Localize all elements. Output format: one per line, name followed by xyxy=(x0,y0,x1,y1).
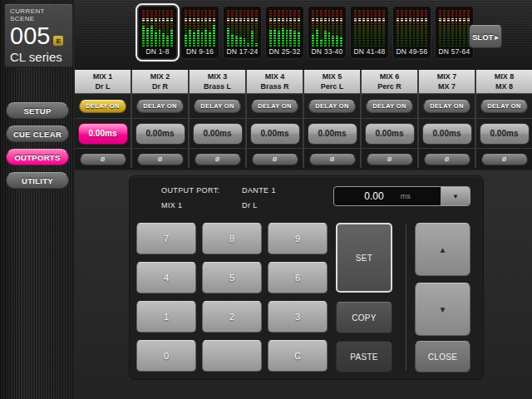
meter-bars xyxy=(436,7,473,47)
meter-bar xyxy=(150,9,153,47)
phase-button[interactable]: ø xyxy=(80,154,126,165)
delay-time-button[interactable]: 0.00ms xyxy=(250,123,300,145)
meter-block[interactable]: DN 49-56 xyxy=(392,6,431,59)
delay-time-button[interactable]: 0.00ms xyxy=(135,123,185,145)
sidebar-button-utility[interactable]: UTILITY xyxy=(6,172,69,189)
channel-header[interactable]: MIX 1Dr L xyxy=(75,70,131,94)
delay-on-button[interactable]: DELAY ON xyxy=(136,100,184,113)
delay-time-button[interactable]: 0.00ms xyxy=(193,123,243,145)
meter-bar xyxy=(371,9,373,47)
channel-header[interactable]: MIX 4Brass R xyxy=(247,70,303,94)
delay-on-button[interactable]: DELAY ON xyxy=(423,100,470,113)
meter-bar-fill xyxy=(244,38,246,47)
channel-name: MIX 2 xyxy=(132,71,188,81)
increment-button[interactable]: ▲ xyxy=(415,223,470,276)
meter-bar xyxy=(316,9,318,47)
close-button[interactable]: CLOSE xyxy=(415,341,470,372)
phase-button[interactable]: ø xyxy=(424,154,470,165)
sidebar-button-setup[interactable]: SETUP xyxy=(6,102,69,119)
phase-button[interactable]: ø xyxy=(481,154,528,165)
keypad-key-3[interactable]: 3 xyxy=(268,301,328,332)
keypad-key-5[interactable]: 5 xyxy=(202,262,262,293)
phase-row: ø xyxy=(132,149,188,170)
phase-button[interactable]: ø xyxy=(252,154,298,165)
meter-bar xyxy=(354,9,357,47)
phase-button[interactable]: ø xyxy=(309,154,356,165)
keypad-key-c[interactable]: C xyxy=(268,340,328,372)
current-scene-box[interactable]: CURRENT SCENE 005 E CL series xyxy=(4,3,73,67)
meter-bar-fill xyxy=(332,36,334,47)
delay-value-row: 0.00ms xyxy=(476,119,532,149)
channel-header[interactable]: MIX 2Dr R xyxy=(132,70,188,94)
channel-name: MIX 6 xyxy=(362,71,417,81)
keypad-key-6[interactable]: 6 xyxy=(268,262,328,293)
channel-header[interactable]: MIX 8MX 8 xyxy=(476,70,532,94)
meter-bar xyxy=(239,9,242,47)
arrow-down-icon: ▼ xyxy=(439,305,447,314)
delay-time-button[interactable]: 0.00ms xyxy=(365,123,415,145)
channel-strip: MIX 5Perc LDELAY ON0.00msø xyxy=(304,70,360,170)
meter-bar-fill xyxy=(201,32,204,47)
delay-on-button[interactable]: DELAY ON xyxy=(251,100,298,113)
delay-value-field[interactable]: 0.00 ms xyxy=(334,187,441,205)
phase-button[interactable]: ø xyxy=(137,154,184,165)
sidebar-button-outports[interactable]: OUTPORTS xyxy=(6,149,69,165)
delay-on-button[interactable]: DELAY ON xyxy=(308,100,356,113)
channel-header[interactable]: MIX 3Brass L xyxy=(190,70,245,94)
delay-on-button[interactable]: DELAY ON xyxy=(366,100,413,113)
meter-bar-fill xyxy=(193,32,195,47)
keypad-key-0[interactable]: 0 xyxy=(136,340,196,372)
unit-dropdown-button[interactable]: ▼ xyxy=(441,187,470,205)
delay-on-button[interactable]: DELAY ON xyxy=(480,100,528,113)
channel-header[interactable]: MIX 7MX 7 xyxy=(419,70,475,94)
meter-block[interactable]: DN 33-40 xyxy=(308,6,347,59)
delay-row: DELAY ON xyxy=(419,94,475,119)
meter-bar xyxy=(166,9,169,47)
keypad-key-dot[interactable]: . xyxy=(202,340,262,372)
meter-bar-fill xyxy=(231,34,234,47)
meter-block[interactable]: DN 1-8 xyxy=(138,6,177,59)
keypad-key-1[interactable]: 1 xyxy=(136,301,196,332)
meter-bar xyxy=(142,9,145,47)
sidebar-button-cue-clear[interactable]: CUE CLEAR xyxy=(6,126,69,142)
delay-on-button[interactable]: DELAY ON xyxy=(194,100,241,113)
channel-header[interactable]: MIX 6Perc R xyxy=(362,70,417,94)
decrement-button[interactable]: ▼ xyxy=(415,283,470,336)
meter-bar xyxy=(397,9,399,47)
meter-block[interactable]: DN 41-48 xyxy=(350,6,389,59)
meter-block[interactable]: DN 9-16 xyxy=(180,6,219,59)
keypad-key-7[interactable]: 7 xyxy=(136,223,196,254)
delay-time-button[interactable]: 0.00ms xyxy=(78,123,128,145)
meter-bar xyxy=(159,9,161,47)
channel-header[interactable]: MIX 5Perc L xyxy=(304,70,360,94)
meter-bar xyxy=(405,9,407,47)
keypad-key-9[interactable]: 9 xyxy=(268,223,328,254)
meter-bar xyxy=(269,9,272,47)
set-button[interactable]: SET xyxy=(336,223,392,293)
delay-on-button[interactable]: DELAY ON xyxy=(79,100,126,113)
meter-block[interactable]: DN 25-32 xyxy=(265,6,304,59)
delay-time-button[interactable]: 0.00ms xyxy=(422,123,472,145)
meter-block[interactable]: DN 17-24 xyxy=(223,6,262,59)
meter-bar xyxy=(162,9,165,47)
meter-block-label: DN 33-40 xyxy=(308,47,346,58)
meter-bar-fill xyxy=(239,37,242,47)
meter-bar-fill xyxy=(150,26,153,47)
meter-bars xyxy=(181,7,219,47)
keypad-key-4[interactable]: 4 xyxy=(136,262,196,293)
phase-row: ø xyxy=(476,149,532,170)
phase-button[interactable]: ø xyxy=(195,154,241,165)
meter-bar xyxy=(378,9,381,47)
slot-button[interactable]: SLOT ▶ xyxy=(469,25,502,48)
meter-bar-fill xyxy=(170,29,173,47)
phase-row: ø xyxy=(247,149,303,170)
keypad-key-8[interactable]: 8 xyxy=(202,223,262,254)
delay-time-button[interactable]: 0.00ms xyxy=(480,123,530,145)
delay-time-button[interactable]: 0.00ms xyxy=(308,123,357,145)
keypad-key-2[interactable]: 2 xyxy=(202,301,262,332)
copy-button[interactable]: COPY xyxy=(336,302,392,333)
phase-button[interactable]: ø xyxy=(367,154,413,165)
meter-bar-fill xyxy=(213,25,215,47)
output-port-label: OUTPUT PORT: xyxy=(161,186,219,195)
meter-block[interactable]: DN 57-64 xyxy=(435,6,474,59)
